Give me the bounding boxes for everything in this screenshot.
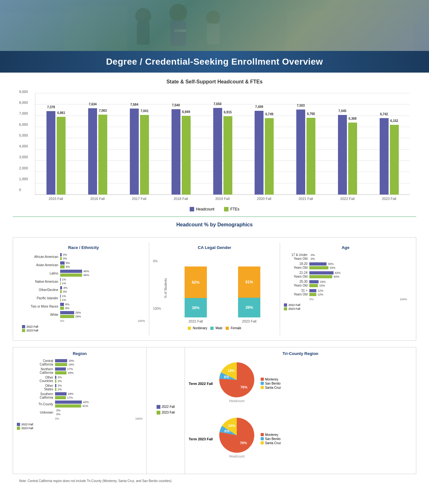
bar-fte: 6,368 — [348, 123, 357, 195]
header-image: CSUMB — [0, 0, 429, 51]
region-section: Region CentralCalifornia19%19%NorthernCa… — [13, 347, 416, 474]
bar-fte-label: 6,152 — [390, 119, 398, 123]
region-label: Tri-County — [17, 402, 55, 406]
age-row: 21-24Years Old42%40% — [284, 271, 407, 279]
region-legend-panel: 2022 Fall2023 Fall — [147, 347, 185, 474]
race-row: Two or More Races8%8% — [22, 303, 145, 310]
region-label: NorthernCalifornia — [17, 367, 55, 374]
bar-group: 7,6347,063 — [77, 108, 119, 195]
bar-fte-label: 6,749 — [265, 112, 273, 116]
bar-headcount-label: 7,540 — [172, 103, 180, 107]
region-chart: CentralCalifornia19%19%NorthernCaliforni… — [17, 359, 143, 416]
bar-headcount-label: 6,742 — [380, 112, 388, 116]
bar-fte: 6,861 — [57, 117, 66, 195]
headcount-legend-label: Headcount — [196, 207, 215, 211]
region-row: NorthernCalifornia17%18% — [17, 367, 143, 374]
fte-legend-box — [224, 207, 229, 211]
region-label: CentralCalifornia — [17, 359, 55, 366]
gender-col: 61%39%2023 Fall — [238, 266, 260, 323]
age-row: 25-30Years Old16%15% — [284, 280, 407, 287]
race-row: Latino46%46% — [22, 270, 145, 277]
bar-headcount: 7,584 — [130, 109, 139, 195]
svg-text:76%: 76% — [240, 385, 247, 389]
bar-headcount: 7,045 — [338, 115, 347, 195]
note: Note: Central California region does not… — [13, 479, 416, 483]
svg-text:6%: 6% — [224, 375, 229, 379]
region-middle-legend: 2022 Fall2023 Fall — [157, 405, 175, 416]
race-label: African American — [22, 255, 60, 259]
race-legend-item: 2023 Fall — [22, 329, 145, 332]
x-axis-label: 2019 Fall — [202, 195, 243, 201]
bar-group: 6,7426,152 — [368, 118, 410, 195]
race-row: Asian American9%9% — [22, 261, 145, 268]
bar-headcount: 7,409 — [255, 111, 264, 195]
race-label: Latino — [22, 272, 60, 275]
svg-text:78%: 78% — [240, 441, 247, 445]
bar-headcount-label: 7,634 — [89, 103, 97, 106]
bar-group: 7,6506,915 — [202, 108, 243, 195]
svg-text:6%: 6% — [224, 429, 229, 433]
bar-fte-label: 6,368 — [348, 117, 356, 120]
bar-headcount-label: 7,503 — [297, 104, 305, 107]
bar-chart-legend: Headcount FTEs — [13, 207, 416, 211]
tricounty-charts: Term 2022 FallHeadcount76%6%18%MontereyS… — [189, 359, 412, 464]
gender-legend-item: Male — [210, 326, 222, 330]
gender-col: 62%38%2022 Fall — [185, 266, 207, 323]
tricounty-pie-svg: Headcount76%6%18% — [216, 359, 257, 407]
bar-fte-label: 7,041 — [140, 109, 148, 113]
bar-chart-section: State & Self-Support Headcount & FTEs 01… — [13, 79, 416, 211]
region-row: OtherCountries2%2% — [17, 376, 143, 383]
race-panel: Race / Ethnicity African American3%3%Asi… — [18, 243, 149, 335]
region-label: Unknown — [17, 411, 55, 414]
tricounty-term-label: Term 2023 Fall — [189, 437, 213, 441]
bar-headcount: 7,634 — [88, 108, 97, 195]
x-axis-label: 2023 Fall — [368, 195, 410, 201]
bar-headcount-label: 7,045 — [338, 109, 346, 113]
gender-chart: 62%38%2022 Fall61%39%2023 Fall — [169, 253, 276, 323]
race-bars: 3%3% — [60, 253, 145, 260]
demographics-section-title: Headcount % by Demographics — [13, 222, 416, 228]
bar-fte-label: 6,766 — [307, 112, 315, 116]
demographics-section: Race / Ethnicity African American3%3%Asi… — [13, 237, 416, 341]
age-row: 18-20Years Old30%33% — [284, 262, 407, 270]
race-row: Pacific Islander1%1% — [22, 295, 145, 302]
bar-fte-label: 6,915 — [224, 110, 232, 114]
bar-headcount: 6,742 — [380, 118, 389, 195]
svg-text:Headcount: Headcount — [229, 455, 244, 458]
gender-chart-wrapper: % of Students 100% 0% 62%38%2022 Fall61%… — [153, 253, 276, 323]
bar-headcount-label: 7,650 — [214, 102, 222, 106]
tricounty-pie-svg: Headcount78%6%16% — [216, 415, 257, 462]
bar-headcount-label: 7,584 — [130, 103, 138, 106]
gender-legend: NonbinaryMaleFemale — [153, 326, 276, 330]
bar-headcount: 7,650 — [213, 108, 222, 195]
race-axis-end: 100% — [138, 319, 145, 323]
bar-headcount: 7,503 — [296, 110, 305, 195]
age-label: 18-20Years Old — [284, 262, 309, 270]
bar-fte-label: 7,063 — [99, 109, 107, 112]
x-axis-label: 2020 Fall — [243, 195, 285, 201]
bar-fte: 6,152 — [390, 125, 399, 195]
x-axis-label: 2022 Fall — [327, 195, 368, 201]
region-row: Tri-County42%41% — [17, 401, 143, 408]
x-axis-label: 2016 Fall — [77, 195, 118, 201]
bar-group: 7,0456,368 — [327, 115, 368, 195]
race-axis-start: 0% — [60, 319, 64, 323]
x-axis-label: 2018 Fall — [160, 195, 202, 201]
svg-text:18%: 18% — [228, 369, 235, 373]
tricounty-chart-wrap: Term 2022 FallHeadcount76%6%18%MontereyS… — [189, 359, 412, 408]
age-label: 31 +Years Old — [284, 289, 309, 296]
bar-headcount: 7,378 — [46, 111, 55, 195]
gender-y-labels: 100% 0% — [153, 259, 161, 310]
tricounty-term-label: Term 2022 Fall — [189, 382, 213, 386]
age-label: 17 & UnderYears Old — [284, 253, 309, 261]
bar-fte: 7,063 — [98, 115, 107, 195]
gender-stacked-bar: 61%39% — [238, 266, 260, 317]
bar-headcount-label: 7,378 — [47, 105, 55, 109]
x-axis-label: 2017 Fall — [118, 195, 160, 201]
bar-group: 7,5406,949 — [160, 109, 202, 195]
fte-legend-label: FTEs — [230, 207, 240, 211]
race-row: African American3%3% — [22, 253, 145, 260]
bar-fte-label: 6,949 — [182, 110, 190, 114]
race-row: White29%29% — [22, 311, 145, 318]
bar-group: 7,3786,861 — [35, 111, 77, 195]
